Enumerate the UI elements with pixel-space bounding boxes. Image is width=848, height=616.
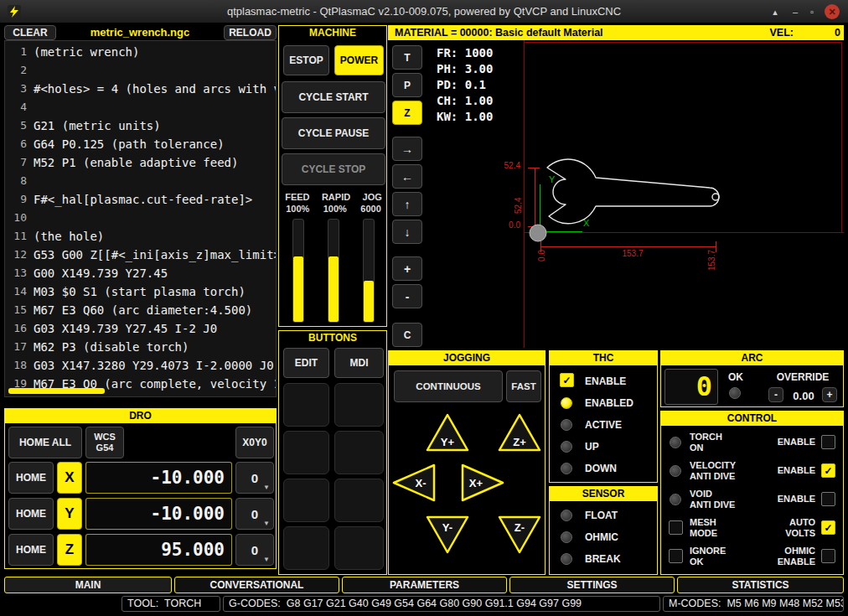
zoom-in-button[interactable]: + [392,256,422,281]
gcode-line[interactable]: 16G03 X149.739 Y27.45 I-2 J0 [5,319,276,338]
mdi-button[interactable]: MDI [334,348,384,378]
reload-button[interactable]: RELOAD [224,25,277,40]
shade-window-icon[interactable]: ▴ [768,4,783,19]
feed-rate-readout: FR: 1000 [437,45,493,61]
gcode-line[interactable]: 1(metric wrench) [5,43,276,61]
jog-x-plus-button[interactable]: X+ [459,462,506,504]
dro-x-value: -10.000 [85,462,232,494]
jog-z-minus-button[interactable]: Z- [496,514,543,556]
user-button-5[interactable] [283,479,329,522]
gcode-line[interactable]: 18G03 X147.3280 Y29.4073 I-2.0000 J0.000… [5,356,276,375]
feed-override-slider[interactable] [292,219,304,323]
horizontal-scrollbar[interactable] [8,388,105,394]
view-top-button[interactable]: T [392,45,422,70]
minimize-window-icon[interactable]: – [788,4,803,19]
edit-button[interactable]: EDIT [283,348,329,378]
xy-zero-button[interactable]: X0Y0 [235,427,274,458]
gcode-line-number: 10 [5,209,27,227]
gcode-line[interactable]: 14M03 $0 S1 (start plasma torch) [5,282,276,301]
user-button-7[interactable] [283,526,329,570]
preview-plot[interactable]: 52.4 52.4 0.0 0.0 153.7 153.7 Y X FR: 10… [388,40,844,348]
maximize-window-icon[interactable]: ▫ [804,4,820,19]
home-z-button[interactable]: HOME [8,534,54,566]
gcode-line[interactable]: 10 [5,209,276,227]
y-offset-dropdown[interactable]: 0 ▼ [235,498,274,530]
close-window-icon[interactable]: ✕ [825,4,840,19]
gcode-line[interactable]: 9F#<_hal[plasmac.cut-feed-rate]> [5,190,276,209]
wcs-button[interactable]: WCS G54 [85,427,124,458]
velocity-enable-checkbox[interactable] [821,463,835,478]
material-selector[interactable]: MATERIAL = 00000: Basic default Material [395,27,770,39]
void-enable-checkbox[interactable] [821,492,835,506]
override-decrease-button[interactable]: - [768,387,783,402]
user-button-6[interactable] [334,479,384,522]
pan-down-button[interactable]: ↓ [392,220,422,244]
gcode-line[interactable]: 15M67 E3 Q60 (arc diameter:4.500) [5,301,276,319]
user-button-3[interactable] [283,431,329,474]
thc-enable-checkbox[interactable] [560,373,574,387]
user-button-4[interactable] [334,431,384,474]
torch-enable-checkbox[interactable] [821,435,835,449]
gcode-line[interactable]: 12G53 G00 Z[[#<_ini[axis_z]max_limit> - … [5,246,276,264]
tab-main[interactable]: MAIN [4,577,172,593]
sensor-panel-title: SENSOR [550,487,657,501]
estop-button[interactable]: ESTOP [283,45,329,75]
gcode-editor[interactable]: 1(metric wrench)23#<holes> = 4 (holes an… [4,40,277,397]
pan-left-button[interactable]: ← [392,164,422,189]
clear-plot-button[interactable]: C [392,323,422,347]
clear-button[interactable]: CLEAR [4,25,56,40]
view-perspective-button[interactable]: P [392,73,422,97]
pan-up-button[interactable]: ↑ [392,192,422,216]
arc-override-label: OVERRIDE [768,371,837,383]
jog-x-minus-button[interactable]: X- [390,462,437,504]
user-button-1[interactable] [283,383,329,427]
home-y-button[interactable]: HOME [8,498,54,530]
cycle-start-button[interactable]: CYCLE START [282,81,385,113]
tab-settings[interactable]: SETTINGS [509,577,675,593]
ignore-ok-checkbox[interactable] [669,549,683,563]
gcode-line[interactable]: 5G21 (metric units) [5,116,276,135]
z-offset-dropdown[interactable]: 0 ▼ [235,534,274,566]
auto-volts-checkbox[interactable] [821,520,835,535]
jog-fast-button[interactable]: FAST [506,370,541,402]
gcode-line[interactable]: 4 [5,98,276,116]
pan-right-button[interactable]: → [392,137,422,161]
user-button-8[interactable] [334,526,384,570]
override-increase-button[interactable]: + [822,387,837,402]
dim-y-max-label: 52.4 [504,161,521,170]
ohmic-enable-label: OHMICENABLE [748,546,815,567]
gcode-line-number: 18 [5,356,27,375]
gcode-line[interactable]: 2 [5,61,276,80]
zoom-out-button[interactable]: - [392,284,422,308]
jog-y-minus-button[interactable]: Y- [424,514,471,556]
ohmic-enable-checkbox[interactable] [821,549,835,563]
gcode-line[interactable]: 6G64 P0.125 (path tolerance) [5,135,276,153]
power-button[interactable]: POWER [334,45,384,75]
gcode-line[interactable]: 11(the hole) [5,227,276,246]
x-offset-dropdown[interactable]: 0 ▼ [235,462,274,494]
kerf-width-readout: KW: 1.00 [437,109,493,125]
cycle-pause-button[interactable]: CYCLE PAUSE [282,117,385,149]
gcode-line[interactable]: 7M52 P1 (enable adaptive feed) [5,153,276,172]
view-z-button[interactable]: Z [392,101,422,125]
rapid-override-slider[interactable] [328,219,339,323]
mesh-mode-checkbox[interactable] [669,520,683,535]
jog-z-plus-button[interactable]: Z+ [496,412,543,453]
home-all-button[interactable]: HOME ALL [8,427,82,458]
jog-y-plus-button[interactable]: Y+ [424,412,471,453]
tab-conversational[interactable]: CONVERSATIONAL [174,577,339,593]
tab-statistics[interactable]: STATISTICS [677,577,844,593]
jog-speed-slider[interactable] [363,219,375,323]
gcode-line[interactable]: 13G00 X149.739 Y27.45 [5,264,276,282]
cycle-stop-button[interactable]: CYCLE STOP [282,153,385,185]
gcode-line[interactable]: 3#<holes> = 4 (holes and arcs with veloc… [5,80,276,98]
gcodes-status-value: G8 G17 G21 G40 G49 G54 G64 G80 G90 G91.1… [287,598,582,609]
tab-parameters[interactable]: PARAMETERS [342,577,507,593]
tool-status: TOOL: TORCH [122,596,220,612]
gcode-line[interactable]: 17M62 P3 (disable torch) [5,338,276,356]
home-x-button[interactable]: HOME [8,462,54,494]
user-button-2[interactable] [334,383,384,427]
jog-continuous-button[interactable]: CONTINUOUS [394,370,503,402]
gcode-line[interactable]: 8 [5,172,276,190]
ignore-ok-label: IGNOREOK [690,546,726,567]
